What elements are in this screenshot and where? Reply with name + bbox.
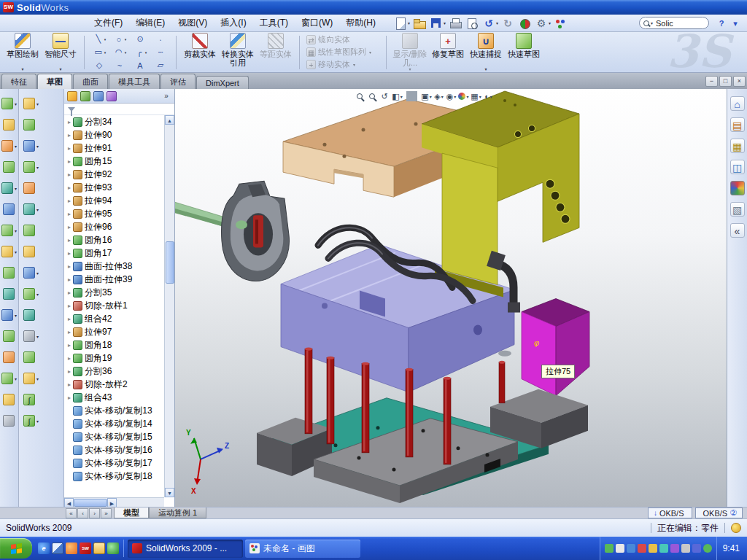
undo-icon[interactable]: ↺▾ <box>481 16 499 31</box>
text-tool[interactable]: A <box>131 59 150 71</box>
feature-tree-item[interactable]: ▸ 组合42 <box>64 312 164 325</box>
doc-close-button[interactable]: × <box>733 76 746 87</box>
tray-icon-5[interactable] <box>649 544 657 553</box>
left-tool-a12[interactable] <box>3 330 16 342</box>
prev-tab-button[interactable]: ‹ <box>77 508 88 518</box>
left-tool-a8[interactable]: ▾ <box>1 246 17 257</box>
expand-arrow-icon[interactable]: ▸ <box>66 289 73 296</box>
feature-tree-item[interactable]: ▸ 拉伸90 <box>64 128 164 141</box>
expand-arrow-icon[interactable]: ▸ <box>66 316 73 322</box>
tray-icon-7[interactable] <box>670 544 679 553</box>
internet-explorer-icon[interactable]: e <box>38 542 50 554</box>
left-tool-a11[interactable]: ▾ <box>1 309 17 321</box>
solidworks-resources-icon[interactable]: ⌂ <box>730 96 745 111</box>
left-tool-b11[interactable] <box>23 309 36 321</box>
offset-entities-button[interactable]: 等距实体 <box>258 32 294 73</box>
left-tool-b8[interactable] <box>23 246 36 257</box>
previous-view-icon[interactable]: ↺ <box>379 90 390 102</box>
new-document-icon[interactable]: ▾ <box>393 16 411 31</box>
left-tool-b9[interactable]: ▾ <box>23 267 39 279</box>
expand-arrow-icon[interactable]: ▸ <box>66 303 73 309</box>
feature-tree-item[interactable]: ▸ 拉伸93 <box>64 181 164 194</box>
fillet-tool[interactable]: ╭▾ <box>131 46 150 58</box>
expand-arrow-icon[interactable]: ▸ <box>66 158 73 165</box>
tab-sketch[interactable]: 草图 <box>37 74 72 89</box>
menu-item[interactable]: 帮助(H) <box>339 15 382 31</box>
left-tool-b16[interactable]: ∫▾ <box>23 415 39 427</box>
feature-tree-item[interactable]: ▸ 拉伸95 <box>64 207 164 220</box>
first-tab-button[interactable]: « <box>66 508 77 518</box>
spline-tool[interactable]: ~ <box>110 59 130 71</box>
tray-icon-2[interactable] <box>616 544 624 553</box>
feature-tree-item[interactable]: ▸ 拉伸96 <box>64 220 164 233</box>
display-style-icon[interactable]: ◈▾ <box>433 90 444 102</box>
media-player-icon[interactable] <box>66 542 77 554</box>
left-tool-b7[interactable] <box>23 225 36 236</box>
left-tool-b2[interactable] <box>23 119 36 131</box>
expand-arrow-icon[interactable]: ▸ <box>66 355 73 362</box>
scroll-right-icon[interactable]: ▶ <box>107 498 117 508</box>
custom-properties-icon[interactable]: ▧ <box>730 202 745 217</box>
circle-tool[interactable]: ○▾ <box>110 33 130 45</box>
tree-horizontal-scrollbar[interactable]: ◀ ▶ <box>64 497 164 507</box>
left-tool-a5[interactable]: ▾ <box>1 182 17 194</box>
feature-tree-item[interactable]: 实体-移动/复制17 <box>64 456 164 470</box>
model-tab[interactable]: 模型 <box>114 508 149 518</box>
color-swatch-icon[interactable] <box>553 16 568 31</box>
tray-icon-3[interactable] <box>627 544 635 553</box>
last-tab-button[interactable]: » <box>101 508 112 518</box>
feature-tree-item[interactable]: ▸ 拉伸92 <box>64 168 164 181</box>
centerline-tool[interactable]: ┄ <box>151 46 171 58</box>
propertymanager-icon[interactable] <box>80 91 90 101</box>
messenger-icon[interactable] <box>107 542 119 554</box>
options-icon[interactable]: ⚙▾ <box>534 16 551 31</box>
tray-icon-1[interactable] <box>605 544 614 553</box>
menu-item[interactable]: 编辑(E) <box>129 15 171 31</box>
rapid-sketch-button[interactable]: 快速草图 <box>506 32 542 73</box>
left-tool-b14[interactable]: ▾ <box>23 373 39 384</box>
task-solidworks[interactable]: SolidWorks 2009 - ... <box>128 540 243 558</box>
menu-item[interactable]: 视图(V) <box>171 15 214 31</box>
print-preview-icon[interactable] <box>465 16 480 31</box>
menu-item[interactable]: 窗口(W) <box>295 15 339 31</box>
configurationmanager-icon[interactable] <box>93 91 104 101</box>
expand-arrow-icon[interactable]: ▸ <box>66 394 73 401</box>
motion-study-tab[interactable]: 运动算例 1 <box>149 508 206 518</box>
file-explorer-icon[interactable]: ▦ <box>730 139 745 153</box>
scrollbar-thumb[interactable] <box>74 499 107 507</box>
expand-arrow-icon[interactable]: ▸ <box>66 368 73 375</box>
expand-arrow-icon[interactable]: ▸ <box>66 224 73 230</box>
left-tool-a2[interactable] <box>3 119 16 131</box>
left-tool-b5[interactable] <box>23 182 36 194</box>
left-tool-b6[interactable]: ▾ <box>23 203 39 215</box>
ellipse-tool[interactable]: ⊙ <box>131 33 150 45</box>
tree-vertical-scrollbar[interactable]: ▲ ▼ <box>164 115 174 497</box>
hide-show-items-icon[interactable]: ◉▾ <box>446 90 457 102</box>
quick-snaps-button[interactable]: ∪ 快速捕捉 ▾ <box>468 32 504 73</box>
left-tool-b10[interactable]: ▾ <box>23 288 39 300</box>
show-desktop-icon[interactable] <box>52 542 63 554</box>
dimxpertmanager-icon[interactable] <box>107 91 117 101</box>
status-lock-icon[interactable] <box>731 523 741 533</box>
view-orientation-icon[interactable]: ▣▾ <box>421 90 432 102</box>
tab-mold-tools[interactable]: 模具工具 <box>109 74 160 89</box>
left-tool-b1[interactable]: ▾ <box>23 98 39 109</box>
apply-scene-icon[interactable]: ▦▾ <box>471 90 481 102</box>
expand-arrow-icon[interactable]: ▸ <box>66 263 73 270</box>
feature-tree-item[interactable]: ▸ 曲面-拉伸39 <box>64 273 164 286</box>
left-tool-a7[interactable]: ▾ <box>1 225 17 236</box>
left-tool-a1[interactable]: ▾ <box>1 98 17 109</box>
redo-icon[interactable]: ↻ <box>500 16 516 31</box>
feature-tree-item[interactable]: ▸ 切除-放样1 <box>64 299 164 312</box>
feature-tree-item[interactable]: ▸ 拉伸97 <box>64 325 164 338</box>
headsup-separator[interactable] <box>406 91 417 101</box>
feature-tree-item[interactable]: ▸ 曲面-拉伸38 <box>64 260 164 273</box>
feature-tree-item[interactable]: ▸ 组合43 <box>64 391 164 404</box>
solidworks-launcher-icon[interactable]: SW <box>80 542 91 554</box>
menu-item[interactable]: 文件(F) <box>88 15 129 31</box>
sketch-button[interactable]: 草图绘制 ▾ <box>4 32 41 73</box>
zoom-area-icon[interactable] <box>367 90 378 102</box>
pane-overflow-icon[interactable]: » <box>161 91 171 101</box>
feature-tree-item[interactable]: ▸ 分割35 <box>64 286 164 299</box>
left-tool-b3[interactable]: ▾ <box>23 140 39 152</box>
